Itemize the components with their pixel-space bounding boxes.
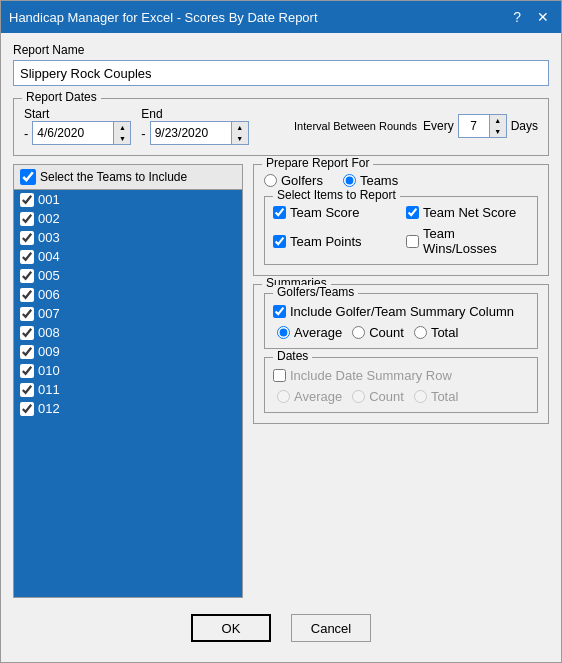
dates-count-label: Count [369, 389, 404, 404]
dates-avg-option[interactable]: Average [277, 389, 342, 404]
dates-count-option[interactable]: Count [352, 389, 404, 404]
dates-total-radio[interactable] [414, 390, 427, 403]
team-item-check[interactable] [20, 307, 34, 321]
report-name-section: Report Name [13, 43, 549, 86]
title-bar: Handicap Manager for Excel - Scores By D… [1, 1, 561, 33]
team-net-score-option[interactable]: Team Net Score [406, 205, 529, 220]
select-items-legend: Select Items to Report [273, 188, 400, 202]
help-button[interactable]: ? [509, 10, 525, 24]
team-net-score-label: Team Net Score [423, 205, 516, 220]
team-item-check[interactable] [20, 212, 34, 226]
include-date-label: Include Date Summary Row [290, 368, 452, 383]
report-name-input[interactable] [13, 60, 549, 86]
end-spin-up[interactable]: ▲ [232, 122, 248, 133]
team-item-check[interactable] [20, 364, 34, 378]
title-controls: ? ✕ [509, 10, 553, 24]
team-item-check[interactable] [20, 193, 34, 207]
dates-count-radio[interactable] [352, 390, 365, 403]
team-net-score-check[interactable] [406, 206, 419, 219]
start-spin-down[interactable]: ▼ [114, 133, 130, 144]
team-score-option[interactable]: Team Score [273, 205, 396, 220]
team-item-check[interactable] [20, 288, 34, 302]
report-dates-box: Report Dates Start - ▲ ▼ [13, 98, 549, 156]
team-item-check[interactable] [20, 250, 34, 264]
team-item-check[interactable] [20, 345, 34, 359]
golfers-option[interactable]: Golfers [264, 173, 323, 188]
end-date-input[interactable] [151, 122, 231, 144]
teams-section: Select the Teams to Include 001002003004… [13, 164, 243, 598]
list-item[interactable]: 008 [14, 323, 242, 342]
team-points-option[interactable]: Team Points [273, 226, 396, 256]
team-wins-losses-check[interactable] [406, 235, 419, 248]
team-points-check[interactable] [273, 235, 286, 248]
list-item[interactable]: 011 [14, 380, 242, 399]
golfers-teams-legend: Golfers/Teams [273, 285, 358, 299]
teams-radio[interactable] [343, 174, 356, 187]
interval-spin-down[interactable]: ▼ [490, 126, 506, 137]
team-item-check[interactable] [20, 402, 34, 416]
include-date-row: Include Date Summary Row [273, 368, 529, 383]
golfers-radio[interactable] [264, 174, 277, 187]
interval-spin: ▲ ▼ [489, 115, 506, 137]
dates-total-option[interactable]: Total [414, 389, 458, 404]
interval-spin-up[interactable]: ▲ [490, 115, 506, 126]
include-summary-row: Include Golfer/Team Summary Column [273, 304, 529, 319]
dates-row: Start - ▲ ▼ End [24, 107, 538, 145]
list-item[interactable]: 005 [14, 266, 242, 285]
prepare-legend: Prepare Report For [262, 156, 373, 170]
team-item-check[interactable] [20, 269, 34, 283]
team-item-check[interactable] [20, 231, 34, 245]
ok-button[interactable]: OK [191, 614, 271, 642]
team-item-label: 007 [38, 306, 60, 321]
teams-option[interactable]: Teams [343, 173, 398, 188]
include-summary-check[interactable] [273, 305, 286, 318]
dates-legend: Dates [273, 349, 312, 363]
list-item[interactable]: 004 [14, 247, 242, 266]
team-item-label: 010 [38, 363, 60, 378]
golfers-teams-box: Golfers/Teams Include Golfer/Team Summar… [264, 293, 538, 349]
end-spin-down[interactable]: ▼ [232, 133, 248, 144]
interval-input[interactable] [459, 115, 489, 137]
include-summary-label: Include Golfer/Team Summary Column [290, 304, 514, 319]
list-item[interactable]: 003 [14, 228, 242, 247]
days-label: Days [511, 119, 538, 133]
summaries-box: Summaries Golfers/Teams Include Golfer/T… [253, 284, 549, 424]
bottom-buttons: OK Cancel [13, 606, 549, 652]
team-item-label: 012 [38, 401, 60, 416]
total-radio[interactable] [414, 326, 427, 339]
right-section: Prepare Report For Golfers Teams [253, 164, 549, 598]
start-spin-up[interactable]: ▲ [114, 122, 130, 133]
dates-average-radio[interactable] [277, 390, 290, 403]
team-item-label: 008 [38, 325, 60, 340]
end-minus[interactable]: - [141, 126, 145, 141]
average-radio[interactable] [277, 326, 290, 339]
team-item-check[interactable] [20, 383, 34, 397]
avg-option[interactable]: Average [277, 325, 342, 340]
dates-average-label: Average [294, 389, 342, 404]
team-score-check[interactable] [273, 206, 286, 219]
every-label: Every [423, 119, 454, 133]
cancel-button[interactable]: Cancel [291, 614, 371, 642]
close-button[interactable]: ✕ [533, 10, 553, 24]
team-item-check[interactable] [20, 326, 34, 340]
list-item[interactable]: 009 [14, 342, 242, 361]
check-all-teams[interactable] [20, 169, 36, 185]
include-date-check[interactable] [273, 369, 286, 382]
teams-header-label: Select the Teams to Include [40, 170, 187, 184]
team-points-label: Team Points [290, 234, 362, 249]
summary-radio-row: Average Count Total [273, 325, 529, 340]
list-item[interactable]: 002 [14, 209, 242, 228]
count-radio[interactable] [352, 326, 365, 339]
prepare-box: Prepare Report For Golfers Teams [253, 164, 549, 276]
start-minus[interactable]: - [24, 126, 28, 141]
list-item[interactable]: 001 [14, 190, 242, 209]
list-item[interactable]: 007 [14, 304, 242, 323]
total-option[interactable]: Total [414, 325, 458, 340]
team-wins-losses-option[interactable]: Team Wins/Losses [406, 226, 529, 256]
start-date-input[interactable] [33, 122, 113, 144]
count-option[interactable]: Count [352, 325, 404, 340]
list-item[interactable]: 010 [14, 361, 242, 380]
list-item[interactable]: 012 [14, 399, 242, 418]
end-date-wrapper: ▲ ▼ [150, 121, 249, 145]
list-item[interactable]: 006 [14, 285, 242, 304]
